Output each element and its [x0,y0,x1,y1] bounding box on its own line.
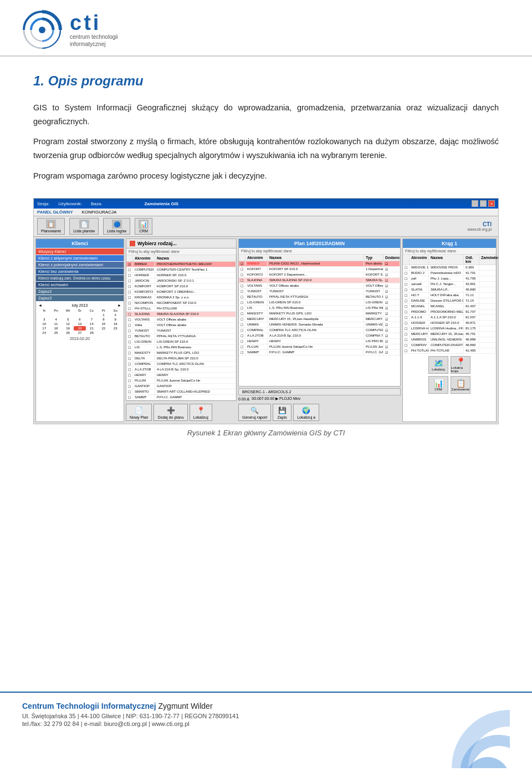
krag-table-row[interactable]: ☐MCANELMCANEL91.407 [403,304,496,309]
menu-bez-zam[interactable]: Klienci bez zamówienia [36,268,124,275]
cal-day-12[interactable]: 12 [62,322,74,326]
table-row[interactable]: ☐PH-STILLLPH-STILL000 [126,306,236,312]
table-row[interactable]: ☐JAROCINJAROCINSKI SP. Z 0.0.1 [126,278,236,284]
plan-table-row[interactable]: ☐A LA 2TOBA LA 210-B Sp. 210.0COMPRA 7.0… [239,333,400,339]
cal-prev-btn[interactable]: ◄ [38,303,42,307]
cal-day-18[interactable]: 18 [50,326,62,331]
plan-table-row[interactable]: ☐PLUJAIPLUJAI Juzena Saluja/Co HoPLUJAI … [239,344,400,350]
cal-day-19[interactable]: 19 [62,326,74,331]
krag-table-row[interactable]: ☐LOSRIVA HudLOSRIVA Hudina...FFHRIA well… [403,326,496,332]
close-button[interactable]: × [488,200,495,207]
krag-table-row[interactable]: ☐A.1.1.AA.1.1.A SP 210.091.507 [403,315,496,321]
cal-day-26[interactable]: 26 [62,331,74,335]
plan-table-row[interactable]: ☐HENRYHENRYLIS PRO BUSINESS...☑ [239,339,400,344]
plan-table-row[interactable]: ☐BETAUTOPPFAL RETA-YTTUARGABETAUTO PPFAL… [239,294,400,300]
table-row[interactable]: ☐DELTADELTA-PROLJMA SP 210.0 [126,356,236,362]
table-row[interactable]: ☐LISL.S. PRo INN Business [126,345,236,351]
cal-day-11[interactable]: 11 [50,322,62,326]
krag-table-row[interactable]: ☐WIDOVIE 1WIDOVIDE PROS0.380 [403,265,496,271]
plan-table-row[interactable]: ☐KOFORT2KOFORT 2 Department...KOFORT SP … [239,272,400,278]
krag-table-row[interactable]: ☐PH-TOTLARPH-TOTLAR41.465 [403,348,496,354]
plan-table-row[interactable]: ☐KOFORTKOFORT SP 210.01.Department: P.Gr… [239,267,400,272]
krag-table-row[interactable]: ☐UNIBROSUNILINOL-VENERIS: Tomada Obrada4… [403,337,496,343]
btn-zapis[interactable]: 💾 Zapis [273,404,291,421]
plan-table-row[interactable]: ☐LIS-GREINLIS-GREIN SP 210.0LIS-GREIN SP… [239,300,400,306]
krag-table-row[interactable]: ☐COMPDIVCOMPUTER-DIVERTS46.860 [403,343,496,348]
table-row[interactable]: ☐HORNERHORNER SP. 210.0 [126,273,236,278]
table-row[interactable]: ☐A LA 2TOBA LA 210-B Sp. 210.0 [126,367,236,373]
krag-table-row[interactable]: ☐PRDOMOPRODOMOBNO-WELO MG91.707 [403,309,496,315]
table-row[interactable]: ☐VoltaVOLT Offices ababs [126,323,236,328]
minimize-button[interactable]: _ [472,200,478,207]
table-row[interactable]: ☐VOLTARSVOLT Offices ababs [126,317,236,323]
table-row[interactable]: ☐LIS-GREINLIS-GREIN SP 210.0 [126,339,236,345]
cal-day-1[interactable]: 1 [98,313,109,317]
btn-dodaj-do-planu[interactable]: ➕ Dodaj do planu [154,404,187,421]
cal-day-24[interactable]: 24 [38,331,50,335]
cal-day-2[interactable]: 2 [110,313,121,317]
cal-day-17[interactable]: 17 [38,326,50,331]
cal-day-8[interactable]: 8 [98,317,109,322]
toolbar-planowanie[interactable]: 📋 Planowanie [37,218,65,235]
cal-day-16[interactable]: 16 [110,322,121,326]
btn-lokalna-kraje[interactable]: 📍 Lokalna kraje [451,356,470,374]
cal-day-6[interactable]: 6 [74,317,85,322]
toolbar-crm[interactable]: 📊 CRM [135,218,152,235]
cal-day-9[interactable]: 9 [110,317,121,322]
plan-table-row[interactable]: ☐SAMMTP.P.U.C. GAMMTP.P.U.C. GAMMT...☑ [239,350,400,356]
table-row[interactable]: ☐GANTIOPGANTIOP [126,384,236,389]
menu-panel-glowny[interactable]: PANEL GŁÓWNY [37,210,73,215]
table-row[interactable]: ☐SAMMTP.P.U.C. GAMMT [126,395,236,400]
cal-day-4[interactable]: 4 [50,317,62,322]
cal-day-13[interactable]: 13 [74,322,85,326]
krag-table-row[interactable]: ☐SLATIASMURA LP...45.890 [403,287,496,293]
titlebar-controls[interactable]: _ □ × [472,200,495,207]
btn-lokalizuj[interactable]: 📍 Lokalizuj [190,404,212,421]
plan-table-row[interactable]: ☐YUNKISTYUNKISTYUNKIST☑ [239,289,400,294]
krag-table-row[interactable]: ☐sansellPH.C.J. Tanger...42.801 [403,282,496,287]
cal-day-15[interactable]: 15 [98,322,109,326]
cal-day-25[interactable]: 25 [50,331,62,335]
cal-next-btn[interactable]: ► [117,303,121,307]
cal-day-14[interactable]: 14 [86,322,98,326]
menu-konfiguracja[interactable]: KONFIGURACJA [82,210,117,215]
plan-table-row[interactable]: ☐MAKESTYMARKETY PLUS GPS, LDOMARKETY PLU… [239,311,400,317]
menu-wszyscy-klienci[interactable]: Wszyscy Klienci [36,248,124,255]
menu-realizuja[interactable]: Klienci realizują zam. Średnia co okres … [36,275,124,281]
table-row[interactable]: ☐COMPRALCOMPRA TLC ARCTICS-OLAN [126,362,236,367]
cal-day-3[interactable]: 3 [38,317,50,322]
plan-table-row[interactable]: ☐LISL.S. PRo INN BusinessLIS PRo INN☑ [239,306,400,311]
table-row[interactable]: ☐BETAUTOPPFAL RETA-YTTUARGA [126,334,236,339]
toolbar-lista-logow[interactable]: 🔵 Lista logów [103,218,130,235]
menu-aktywni[interactable]: Klienci z aktywnymi zamówieniami [36,255,124,261]
btn-zamowienie-krag[interactable]: 📋 Zamówienie [451,376,470,394]
plan-table-row[interactable]: ☐SLAJONASMURA SLAJONA SP 210.0SMURA SLAJ… [239,278,400,283]
plan-table-row[interactable]: ☐COMPRALCOMPRA TLC ARCTICS-OLANCOMPUTER-… [239,328,400,333]
plan-table-row[interactable]: ☐UNIMISUNIMIS-VENERIS: Somada ObradaUNIM… [239,322,400,328]
krag-table-row[interactable]: ☐BUDIO 2Pzemebudowa inDO41.701 [403,271,496,276]
table-row[interactable]: ☐SMARTOSMART-ART COLLAND+KLEPRED [126,389,236,395]
krag-table-row[interactable]: ☐HO.THOLT DFFaba aba71.11 [403,293,496,298]
table-row[interactable]: ☑BIBBERPROSTHEPA/PROTHETIC-WELDAY [126,262,236,267]
table-row[interactable]: ☐MAKESTYMARKETY PLUS GPS, LDO [126,351,236,356]
menu-archiwalni[interactable]: Klienci archiwalni [36,282,124,288]
table-row[interactable]: ☐HENRYHENRY [126,373,236,378]
table-row[interactable]: ☐NICOMPONNICOMPONENT SP 210.0 [126,301,236,306]
btn-lokalizuj-a[interactable]: 🌍 Lokalizuj a [293,404,319,421]
wybierz-filter[interactable]: Filtruj tu aby wyfiltrować dane [126,248,236,255]
btn-crm-krag[interactable]: 📊 CRM [428,376,448,394]
krag-table-row[interactable]: ☐yallPhu J. Lopp...41.706 [403,276,496,282]
cal-day-20-today[interactable]: 20 [74,326,85,331]
menu-zapisz2[interactable]: Zapisz2 [36,288,124,294]
table-row[interactable]: ☐SLAJONASMURA SLAJONA 5P 210.0 [126,312,236,317]
krag-table-row[interactable]: ☐HOSSERHOSSER SP 210.040.871 [403,321,496,326]
cal-day-7[interactable]: 7 [86,317,98,322]
menu-zapisz3[interactable]: Zapisz3 [36,295,124,301]
menu-potencjalni[interactable]: Klienci z potencjalnymi zamówieniami [36,262,124,268]
btn-nowy-plan[interactable]: 📄 Nowy Plan [126,404,152,421]
plan-table-row[interactable]: ☑BIBBERPILKNI CIGG INCO...HashnuckedPion… [239,261,400,267]
maximize-button[interactable]: □ [480,200,487,207]
cal-day-23[interactable]: 23 [110,326,121,331]
plan-table-row[interactable]: ☐MERCURYMERCURY 15, 35,kao HasebydaMERCU… [239,317,400,322]
toolbar-lista-planow[interactable]: 📄 Lista planów [69,218,99,235]
